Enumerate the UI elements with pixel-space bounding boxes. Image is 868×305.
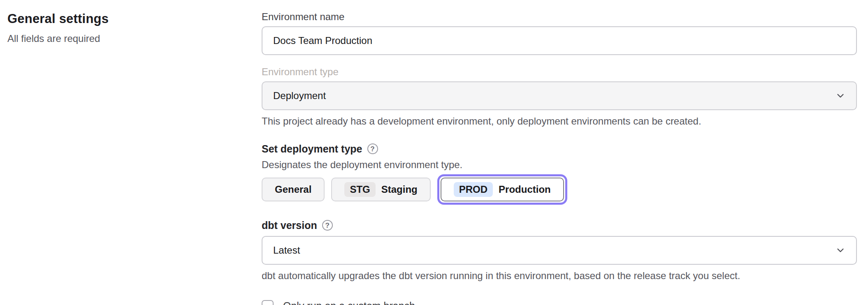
- dbt-version-helper: dbt automatically upgrades the dbt versi…: [262, 270, 857, 282]
- production-badge: PROD: [454, 182, 493, 197]
- environment-type-helper: This project already has a development e…: [262, 115, 857, 127]
- deployment-type-options: General STG Staging PROD Production: [262, 174, 857, 205]
- deployment-type-option-production-label: Production: [499, 184, 551, 195]
- environment-type-label: Environment type: [262, 66, 857, 78]
- staging-badge: STG: [344, 182, 375, 197]
- dbt-version-title: dbt version: [262, 219, 317, 232]
- deployment-type-option-production[interactable]: PROD Production: [441, 178, 564, 201]
- chevron-down-icon: [835, 90, 846, 102]
- settings-header: General settings All fields are required: [7, 12, 238, 44]
- help-icon[interactable]: ?: [322, 220, 333, 231]
- custom-branch-row: Only run on a custom branch: [262, 300, 857, 305]
- dbt-version-value: Latest: [273, 245, 300, 256]
- environment-name-label: Environment name: [262, 11, 857, 23]
- chevron-down-icon: [835, 245, 846, 256]
- deployment-type-option-general-label: General: [275, 184, 311, 195]
- deployment-type-description: Designates the deployment environment ty…: [262, 159, 857, 171]
- deployment-type-option-staging[interactable]: STG Staging: [331, 178, 430, 201]
- help-icon[interactable]: ?: [367, 143, 378, 154]
- dbt-version-select[interactable]: Latest: [262, 236, 857, 265]
- general-settings-form: Environment name Environment type Deploy…: [262, 0, 857, 305]
- deployment-type-option-staging-label: Staging: [381, 184, 418, 195]
- environment-name-input[interactable]: [262, 26, 857, 55]
- custom-branch-label: Only run on a custom branch: [283, 300, 415, 305]
- environment-type-select[interactable]: Deployment: [262, 81, 857, 110]
- page-title: General settings: [7, 12, 238, 26]
- page-subtitle: All fields are required: [7, 33, 238, 44]
- selected-option-ring: PROD Production: [437, 174, 567, 205]
- deployment-type-title: Set deployment type: [262, 142, 362, 155]
- deployment-type-option-general[interactable]: General: [262, 178, 325, 201]
- environment-type-value: Deployment: [273, 90, 326, 102]
- custom-branch-checkbox[interactable]: [262, 300, 274, 305]
